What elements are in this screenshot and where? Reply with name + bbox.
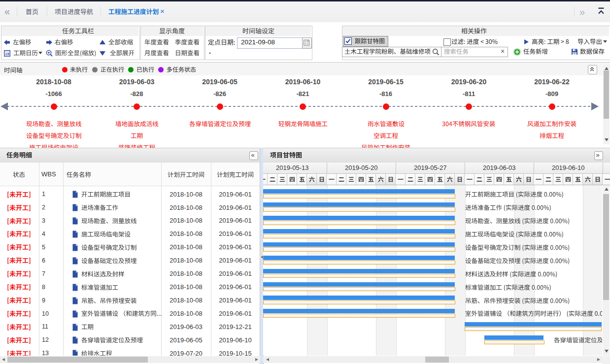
svg-text:15: 15 xyxy=(5,52,9,56)
